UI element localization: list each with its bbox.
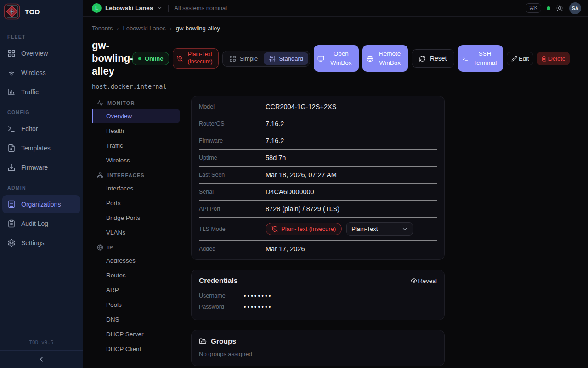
subnav-item-arp[interactable]: ARP <box>92 283 180 297</box>
user-avatar[interactable]: SA <box>569 2 581 14</box>
remote-winbox-label: Remote WinBox <box>376 49 404 68</box>
trash-icon <box>541 56 547 62</box>
subnav-item-vlans[interactable]: VLANs <box>92 225 180 240</box>
main-column: L Lebowski Lanes All systems nominal ⌘K … <box>83 0 588 368</box>
detail-label: Firmware <box>199 138 266 144</box>
app-version: TOD v9.5 <box>0 335 83 350</box>
sidebar-item-audit-log[interactable]: Audit Log <box>2 214 80 233</box>
ssh-terminal-label: SSH Terminal <box>471 49 499 68</box>
sidebar-section-admin: ADMIN <box>2 178 80 194</box>
building-icon <box>7 200 16 208</box>
detail-value: Mar 18, 2026, 07:27 AM <box>266 171 337 178</box>
tenant-name: Lebowski Lanes <box>105 5 153 12</box>
sidebar-collapse-button[interactable] <box>0 350 83 368</box>
breadcrumb: Tenants › Lebowski Lanes › gw-bowling-al… <box>92 22 570 39</box>
online-dot-icon <box>138 57 141 60</box>
toggle-simple-button[interactable]: Simple <box>224 52 263 65</box>
bar-chart-icon <box>7 88 16 96</box>
subnav-item-routes[interactable]: Routes <box>92 268 180 282</box>
app-logo[interactable]: TOD <box>0 0 83 23</box>
download-icon <box>7 163 16 172</box>
online-badge-label: Online <box>145 55 163 62</box>
sidebar-item-traffic[interactable]: Traffic <box>2 83 80 101</box>
online-status-badge: Online <box>132 52 169 65</box>
sidebar-item-editor[interactable]: Editor <box>2 120 80 138</box>
sidebar-item-templates[interactable]: Templates <box>2 139 80 157</box>
clipboard-icon <box>7 219 16 228</box>
detail-row-last-seen: Last Seen Mar 18, 2026, 07:27 AM <box>199 167 437 184</box>
tls-pill-label: Plain-Text (Insecure) <box>281 225 336 232</box>
subnav-item-health[interactable]: Health <box>92 124 180 138</box>
subnav-item-wireless[interactable]: Wireless <box>92 153 180 167</box>
remote-winbox-button[interactable]: Remote WinBox <box>362 45 407 72</box>
password-label: Password <box>199 304 244 310</box>
device-header: gw-bowling-alley Online Plain-Text (Inse… <box>92 39 570 78</box>
tenant-switcher[interactable]: L Lebowski Lanes <box>92 3 163 13</box>
detail-label: Last Seen <box>199 172 266 178</box>
ssh-terminal-button[interactable]: SSH Terminal <box>458 45 503 72</box>
username-masked-value: •••••••• <box>244 293 272 299</box>
subnav-item-overview[interactable]: Overview <box>92 109 180 123</box>
tls-mode-select[interactable]: Plain-Text <box>346 222 413 236</box>
credentials-title: Credentials <box>199 276 237 285</box>
sidebar-item-settings[interactable]: Settings <box>2 234 80 252</box>
chevron-down-icon <box>157 5 163 11</box>
device-subnav: MONITOR Overview Health Traffic Wireless… <box>92 96 180 356</box>
detail-label: RouterOS <box>199 121 266 127</box>
detail-row-model: Model CCR2004-1G-12S+2XS <box>199 98 437 115</box>
subnav-item-dhcp-client[interactable]: DHCP Client <box>92 342 180 356</box>
detail-row-firmware: Firmware 7.16.2 <box>199 132 437 150</box>
page-content: Tenants › Lebowski Lanes › gw-bowling-al… <box>83 17 588 368</box>
subnav-item-ports[interactable]: Ports <box>92 196 180 210</box>
sidebar-section-config: CONFIG <box>2 102 80 119</box>
grid-icon <box>7 49 16 58</box>
toggle-simple-label: Simple <box>239 55 258 62</box>
sidebar-item-label: Wireless <box>21 69 46 76</box>
topbar-divider <box>168 5 169 12</box>
globe-icon <box>97 244 103 251</box>
sidebar-item-wireless[interactable]: Wireless <box>2 63 80 82</box>
tls-insecure-pill: Plain-Text (Insecure) <box>266 223 342 235</box>
subnav-item-pools[interactable]: Pools <box>92 298 180 312</box>
command-palette-shortcut[interactable]: ⌘K <box>526 3 541 13</box>
folder-icon <box>199 338 207 345</box>
toggle-standard-button[interactable]: Standard <box>264 52 308 65</box>
file-icon <box>7 144 16 152</box>
breadcrumb-tenants[interactable]: Tenants <box>92 25 113 32</box>
subnav-item-bridge-ports[interactable]: Bridge Ports <box>92 211 180 225</box>
topbar: L Lebowski Lanes All systems nominal ⌘K … <box>83 0 588 17</box>
delete-button[interactable]: Delete <box>537 52 570 65</box>
edit-button[interactable]: Edit <box>507 52 533 65</box>
body-grid: MONITOR Overview Health Traffic Wireless… <box>92 96 570 366</box>
page-title: gw-bowling-alley <box>92 39 129 78</box>
theme-toggle-sun-icon[interactable] <box>556 4 564 12</box>
sidebar-section-fleet: FLEET <box>2 27 80 43</box>
sidebar-item-firmware[interactable]: Firmware <box>2 158 80 177</box>
credentials-card: Credentials Reveal Username •••••••• Pas… <box>191 270 445 320</box>
subnav-item-interfaces[interactable]: Interfaces <box>92 181 180 196</box>
toggle-standard-label: Standard <box>279 55 303 62</box>
subnav-item-traffic[interactable]: Traffic <box>92 138 180 153</box>
detail-label: Uptime <box>199 155 266 161</box>
detail-row-added: Added Mar 17, 2026 <box>199 241 437 257</box>
activity-icon <box>97 100 103 106</box>
sidebar-item-overview[interactable]: Overview <box>2 44 80 63</box>
open-winbox-label: Open WinBox <box>327 49 355 68</box>
detail-label: Added <box>199 246 266 252</box>
detail-value: 58d 7h <box>266 154 286 161</box>
shield-off-icon <box>271 226 278 232</box>
reset-button[interactable]: Reset <box>412 49 454 68</box>
reveal-button[interactable]: Reveal <box>411 277 437 284</box>
detail-row-uptime: Uptime 58d 7h <box>199 150 437 167</box>
detail-label: Model <box>199 104 266 110</box>
detail-label: Serial <box>199 189 266 195</box>
subnav-item-dhcp-server[interactable]: DHCP Server <box>92 327 180 341</box>
sidebar-item-organizations[interactable]: Organizations <box>2 195 80 213</box>
breadcrumb-tenant[interactable]: Lebowski Lanes <box>123 25 166 32</box>
subnav-item-dns[interactable]: DNS <box>92 312 180 327</box>
view-mode-toggle: Simple Standard <box>222 51 310 67</box>
subnav-item-addresses[interactable]: Addresses <box>92 253 180 268</box>
username-label: Username <box>199 293 244 299</box>
open-winbox-button[interactable]: Open WinBox <box>314 45 359 72</box>
reveal-label: Reveal <box>418 277 437 284</box>
